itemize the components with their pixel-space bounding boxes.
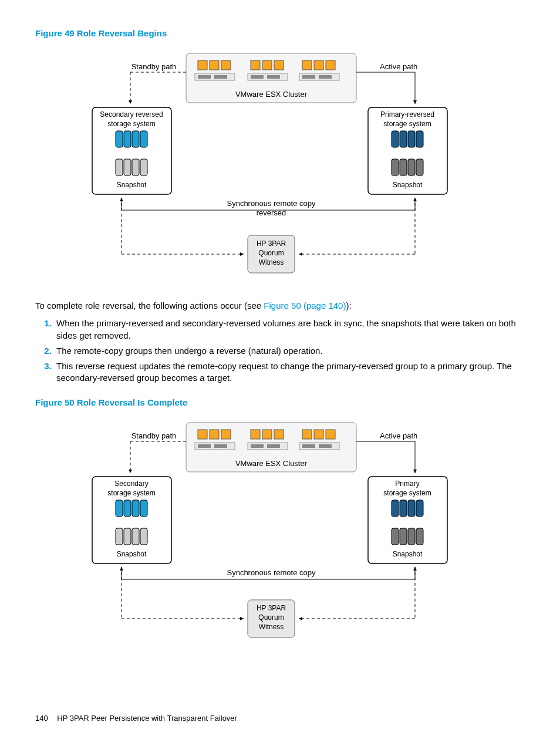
- svg-rect-24: [116, 131, 123, 147]
- right-sys-label-2: storage system: [383, 120, 431, 128]
- svg-rect-57: [251, 430, 260, 439]
- svg-rect-27: [140, 131, 147, 147]
- step-1: When the primary-reversed and secondary-…: [54, 318, 525, 342]
- witness-line1: HP 3PAR: [257, 239, 286, 248]
- svg-rect-90: [416, 500, 423, 517]
- svg-rect-29: [124, 159, 131, 175]
- svg-rect-33: [392, 131, 399, 147]
- sync-label-50: Synchronous remote copy: [227, 568, 316, 577]
- svg-rect-2: [210, 60, 219, 70]
- svg-rect-87: [392, 500, 399, 517]
- cluster-label-50: VMware ESX Cluster: [235, 459, 308, 468]
- svg-rect-68: [319, 444, 332, 448]
- right-sys-label-1: Primary-reversed: [380, 110, 434, 119]
- svg-rect-78: [132, 500, 139, 517]
- svg-rect-34: [400, 131, 407, 147]
- active-path-label: Active path: [380, 62, 417, 71]
- active-path-label-50: Active path: [380, 431, 417, 440]
- svg-rect-52: [210, 430, 219, 439]
- witness-line2: Quorum: [258, 249, 284, 257]
- svg-text:Secondary: Secondary: [114, 480, 148, 488]
- svg-rect-28: [116, 159, 123, 175]
- witness-50-line3: Witness: [259, 623, 284, 631]
- svg-rect-14: [314, 60, 323, 70]
- svg-rect-36: [416, 131, 423, 147]
- svg-rect-39: [408, 159, 415, 175]
- svg-rect-83: [140, 528, 147, 545]
- snapshot-right-50: Snapshot: [393, 550, 423, 558]
- svg-rect-61: [251, 444, 264, 448]
- witness-50-line2: Quorum: [258, 613, 284, 622]
- figure-50-diagram: VMware ESX Cluster Standby path Active p…: [35, 418, 525, 653]
- svg-rect-64: [314, 430, 323, 439]
- svg-rect-5: [198, 75, 211, 79]
- svg-rect-12: [267, 75, 280, 79]
- svg-rect-92: [400, 528, 407, 545]
- steps-list: When the primary-reversed and secondary-…: [35, 318, 525, 384]
- svg-rect-65: [326, 430, 335, 439]
- svg-rect-80: [116, 528, 123, 545]
- svg-rect-56: [214, 444, 227, 448]
- svg-rect-93: [408, 528, 415, 545]
- svg-rect-6: [214, 75, 227, 79]
- svg-rect-30: [132, 159, 139, 175]
- step-3: This reverse request updates the remote-…: [54, 360, 525, 384]
- left-sys-label-2: storage system: [107, 120, 155, 128]
- svg-rect-17: [302, 75, 315, 79]
- snapshot-right-label: Snapshot: [393, 181, 423, 189]
- intro-text-pre: To complete role reversal, the following…: [35, 301, 264, 310]
- left-sys-label-1: Secondary reversed: [100, 110, 163, 119]
- intro-text-post: ):: [346, 301, 351, 310]
- figure-49-diagram: VMware ESX Cluster Standby path Active p…: [35, 49, 525, 283]
- svg-rect-13: [302, 60, 312, 70]
- svg-rect-77: [124, 500, 131, 517]
- svg-rect-62: [267, 444, 280, 448]
- standby-path-label: Standby path: [131, 62, 177, 71]
- svg-text:storage system: storage system: [383, 489, 431, 497]
- svg-text:Primary: Primary: [395, 480, 419, 488]
- svg-rect-35: [408, 131, 415, 147]
- svg-rect-3: [221, 60, 231, 70]
- svg-text:storage system: storage system: [107, 489, 155, 497]
- intro-paragraph: To complete role reversal, the following…: [35, 300, 525, 312]
- svg-rect-58: [262, 430, 272, 439]
- svg-rect-9: [274, 60, 284, 70]
- snapshot-left-50: Snapshot: [117, 550, 147, 558]
- svg-rect-25: [124, 131, 131, 147]
- svg-rect-63: [302, 430, 312, 439]
- sync-label-1: Synchronous remote copy: [227, 199, 316, 208]
- figure-50-caption: Figure 50 Role Reversal Is Complete: [35, 397, 525, 407]
- witness-50-line1: HP 3PAR: [257, 604, 286, 612]
- svg-rect-79: [140, 500, 147, 517]
- svg-rect-89: [408, 500, 415, 517]
- svg-rect-81: [124, 528, 131, 545]
- svg-rect-8: [262, 60, 272, 70]
- snapshot-left-label: Snapshot: [117, 181, 147, 189]
- svg-rect-18: [319, 75, 332, 79]
- svg-rect-38: [400, 159, 407, 175]
- svg-rect-91: [392, 528, 399, 545]
- sync-label-2: reversed: [257, 208, 286, 217]
- svg-rect-67: [302, 444, 315, 448]
- svg-rect-37: [392, 159, 399, 175]
- svg-rect-94: [416, 528, 423, 545]
- svg-rect-31: [140, 159, 147, 175]
- step-2: The remote-copy groups then undergo a re…: [54, 345, 525, 357]
- svg-rect-53: [221, 430, 231, 439]
- svg-rect-26: [132, 131, 139, 147]
- witness-line3: Witness: [259, 258, 284, 266]
- svg-rect-1: [198, 60, 207, 70]
- svg-rect-40: [416, 159, 423, 175]
- svg-rect-15: [326, 60, 335, 70]
- svg-rect-51: [198, 430, 207, 439]
- figure-49-caption: Figure 49 Role Reversal Begins: [35, 28, 525, 38]
- svg-rect-82: [132, 528, 139, 545]
- svg-rect-55: [198, 444, 211, 448]
- svg-rect-76: [116, 500, 123, 517]
- standby-path-label-50: Standby path: [131, 431, 177, 440]
- cluster-label: VMware ESX Cluster: [235, 90, 308, 99]
- svg-rect-88: [400, 500, 407, 517]
- figure-50-link[interactable]: Figure 50 (page 140): [264, 301, 346, 310]
- svg-rect-11: [251, 75, 264, 79]
- svg-rect-7: [251, 60, 260, 70]
